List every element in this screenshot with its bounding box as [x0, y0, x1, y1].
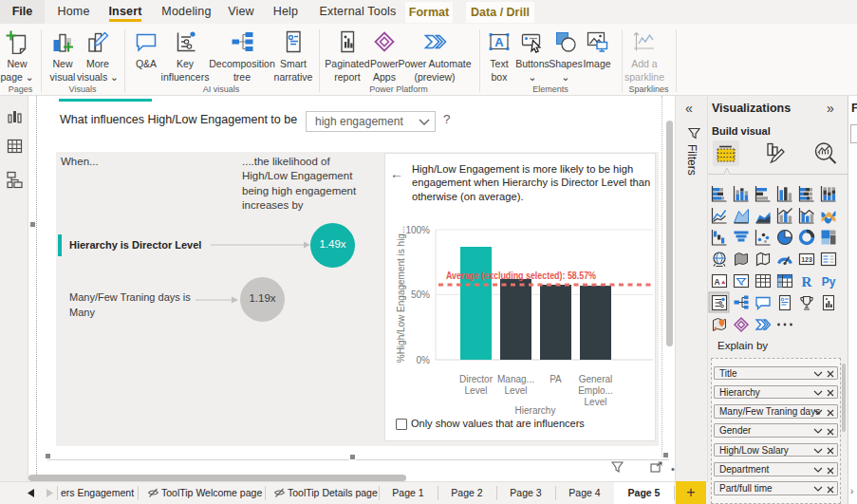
svg-text:Emplo...: Emplo... [578, 385, 613, 396]
svg-text:A: A [494, 35, 504, 49]
svg-text:Py: Py [822, 275, 836, 289]
svg-text:100%: 100% [405, 225, 430, 235]
svg-text:%High/Low Engagement is hig...: %High/Low Engagement is hig... [396, 226, 406, 364]
svg-text:A: A [714, 277, 719, 287]
svg-text:General: General [579, 374, 613, 384]
svg-text:123: 123 [801, 256, 812, 263]
svg-text:Manag...: Manag... [497, 374, 534, 384]
svg-text:Level: Level [465, 385, 488, 396]
svg-text:Level: Level [505, 385, 528, 396]
svg-text:50%: 50% [411, 289, 430, 300]
svg-text:PA: PA [550, 374, 562, 384]
svg-text:Level: Level [585, 397, 607, 407]
svg-text:Average (excluding selected):: Average (excluding selected): 58.57% [446, 270, 597, 281]
svg-text:R: R [802, 274, 812, 289]
svg-text:Director: Director [459, 374, 494, 384]
svg-text:Hierarchy: Hierarchy [515, 405, 556, 416]
svg-text:0%: 0% [417, 355, 431, 365]
